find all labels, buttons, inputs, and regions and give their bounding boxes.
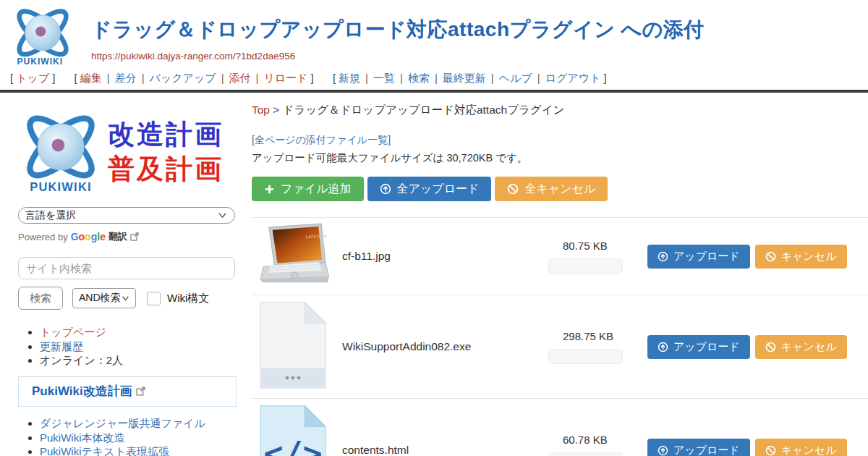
page-title: ドラッグ＆ドロップアップロード対応attachプラグイン への添付 <box>91 16 705 43</box>
main-content: Top > ドラッグ＆ドロップアップロード対応attachプラグイン [全ページ… <box>252 93 868 456</box>
bracket: ] <box>603 72 606 84</box>
file-actions: アップロード キャンセル <box>647 439 847 456</box>
language-select-value: 言語を選択 <box>25 209 76 222</box>
file-actions: アップロード キャンセル <box>647 245 847 269</box>
search-controls: 検索 AND検索 Wiki構文 <box>18 287 239 310</box>
file-name: cf-b11.jpg <box>342 250 548 263</box>
laptop-photo-thumbnail: Let's note <box>259 223 330 287</box>
nav-logout-link[interactable]: ログアウト <box>545 72 601 84</box>
breadcrumb-home-link[interactable]: Top <box>252 104 270 116</box>
sidebar-links-bottom: ダジャレンジャー版共通ファイル PukiWiki本体改造 PukiWikiテキス… <box>40 417 239 456</box>
chevron-down-icon <box>218 212 227 219</box>
page-url-link[interactable]: https://pukiwiki.dajya-ranger.com/?1bd2d… <box>91 51 705 62</box>
file-size: 60.78 KB <box>548 434 637 446</box>
wiki-syntax-checkbox[interactable] <box>147 292 161 305</box>
svg-text:PUKIWIKI: PUKIWIKI <box>17 56 63 67</box>
online-count: オンライン：2人 <box>40 354 123 366</box>
google-translate-attribution[interactable]: Powered by Google 翻訳 <box>18 230 239 243</box>
breadcrumb: Top > ドラッグ＆ドロップアップロード対応attachプラグイン <box>252 103 868 118</box>
nav-attach-link[interactable]: 添付 <box>229 72 251 84</box>
nav-reload-link[interactable]: リロード <box>263 72 307 84</box>
language-select[interactable]: 言語を選択 <box>18 207 235 224</box>
upload-button[interactable]: アップロード <box>647 439 750 456</box>
cancel-button-label: キャンセル <box>781 340 837 354</box>
ban-icon <box>507 183 519 195</box>
nav-search-link[interactable]: 検索 <box>408 72 430 84</box>
bracket: [ <box>10 72 13 84</box>
search-mode-value: AND検索 <box>79 292 121 305</box>
sidebar-item-common-files[interactable]: ダジャレンジャー版共通ファイル <box>40 417 205 429</box>
cancel-button[interactable]: キャンセル <box>755 439 847 456</box>
sidebar-links-top: トップページ 更新履歴 オンライン：2人 <box>40 326 239 367</box>
search-button[interactable]: 検索 <box>18 287 63 310</box>
nav-new-link[interactable]: 新規 <box>339 72 360 84</box>
sidebar-section-link[interactable]: PukiWiki改造計画 <box>32 383 132 400</box>
list-item: トップページ <box>40 326 239 339</box>
cancel-all-button[interactable]: 全キャンセル <box>495 177 608 201</box>
cancel-button-label: キャンセル <box>781 444 837 456</box>
upload-button-label: アップロード <box>673 250 740 263</box>
site-search-input[interactable] <box>18 257 235 279</box>
upload-toolbar: ファイル追加 全アップロード 全キャンセル <box>252 177 868 201</box>
cancel-all-label: 全キャンセル <box>524 182 595 197</box>
sidebar: PUKIWIKI 改造計画 普及計画 言語を選択 Powered by Goog… <box>18 93 239 456</box>
file-thumbnail-cell <box>252 300 342 393</box>
bracket: [ <box>75 72 77 84</box>
cancel-button[interactable]: キャンセル <box>755 245 847 269</box>
list-item: PukiWikiテキスト表現拡張 <box>40 445 239 456</box>
upload-button[interactable]: アップロード <box>647 335 750 359</box>
upload-all-button[interactable]: 全アップロード <box>367 177 492 201</box>
separator: | <box>365 72 368 84</box>
upload-button[interactable]: アップロード <box>647 245 750 269</box>
list-item: 更新履歴 <box>40 340 239 353</box>
separator: | <box>537 72 540 84</box>
translate-label: 翻訳 <box>109 230 127 243</box>
separator: | <box>400 72 403 84</box>
sidebar-item-core-mod[interactable]: PukiWiki本体改造 <box>40 431 125 444</box>
external-link-icon <box>130 232 139 241</box>
nav-diff-link[interactable]: 差分 <box>115 72 137 84</box>
upload-button-label: アップロード <box>673 444 740 456</box>
sidebar-item-update-history[interactable]: 更新履歴 <box>40 340 83 352</box>
upload-file-list: Let's note cf-b11.jpg 80.75 KB <box>252 217 868 456</box>
breadcrumb-separator: > <box>273 104 279 116</box>
nav-backup-link[interactable]: バックアップ <box>150 72 216 84</box>
list-item: オンライン：2人 <box>40 354 239 367</box>
upload-button-label: アップロード <box>673 340 740 354</box>
nav-help-link[interactable]: ヘルプ <box>499 72 532 84</box>
logo-line-fukyu: 普及計画 <box>108 152 224 187</box>
circle-arrow-up-icon <box>380 183 391 195</box>
add-files-button[interactable]: ファイル追加 <box>252 177 364 201</box>
upload-progress-bar <box>548 258 623 274</box>
nav-recent-link[interactable]: 最終更新 <box>443 72 486 84</box>
add-files-label: ファイル追加 <box>281 182 352 197</box>
separator: | <box>221 72 224 84</box>
search-mode-select[interactable]: AND検索 <box>72 288 136 308</box>
list-item: ダジャレンジャー版共通ファイル <box>40 417 239 430</box>
chevron-down-icon <box>122 295 129 301</box>
bracket: ] <box>52 72 55 84</box>
google-logo: Google <box>71 231 106 242</box>
bracket: ] <box>311 72 314 84</box>
all-pages-attachment-list-link[interactable]: [全ページの添付ファイル一覧] <box>252 134 391 147</box>
sidebar-section-pukiwiki-kaizo[interactable]: PukiWiki改造計画 <box>18 376 237 407</box>
bracket: [ <box>333 72 336 84</box>
svg-text:Let's note: Let's note <box>305 233 327 240</box>
upload-progress-bar <box>548 452 623 456</box>
max-upload-size-text: アップロード可能最大ファイルサイズは 30,720KB です。 <box>252 151 868 165</box>
nav-list-link[interactable]: 一覧 <box>373 72 395 84</box>
cancel-button[interactable]: キャンセル <box>755 335 847 359</box>
powered-by-label: Powered by <box>18 232 68 242</box>
sidebar-item-text-ext[interactable]: PukiWikiテキスト表現拡張 <box>40 445 169 456</box>
file-name: contents.html <box>342 444 548 456</box>
file-actions: アップロード キャンセル <box>647 335 847 359</box>
pukiwiki-atom-logo-icon[interactable]: PUKIWIKI <box>9 4 77 69</box>
file-row: WikiSupportAddin082.exe 298.75 KB アップロード… <box>252 295 868 398</box>
sidebar-item-top-page[interactable]: トップページ <box>40 326 106 338</box>
nav-top-link[interactable]: トップ <box>16 72 49 84</box>
nav-edit-link[interactable]: 編集 <box>80 72 102 84</box>
sidebar-logo[interactable]: PUKIWIKI 改造計画 普及計画 <box>18 103 239 201</box>
sidebar-logo-text: 改造計画 普及計画 <box>108 117 224 187</box>
file-row: </> contents.html 60.78 KB アップロード キャンセル <box>252 398 868 456</box>
file-size-cell: 80.75 KB <box>548 240 637 274</box>
